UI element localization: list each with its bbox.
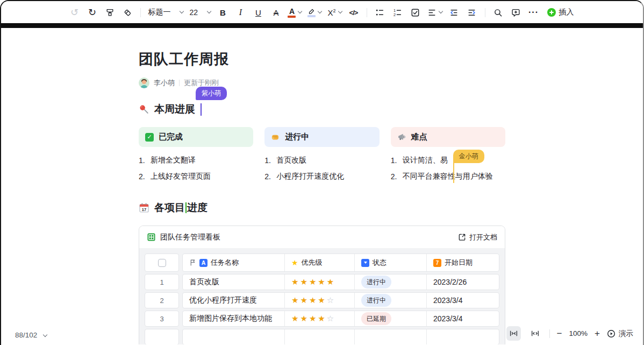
star-icon[interactable]: ★	[300, 277, 307, 287]
zoom-in-button[interactable]: +	[595, 328, 600, 339]
bold-button[interactable]: B	[215, 5, 230, 20]
status-badge[interactable]: 已延期	[361, 312, 391, 325]
star-icon[interactable]: ★	[318, 295, 325, 305]
status-badge[interactable]: 进行中	[361, 276, 391, 288]
chevron-down-icon	[180, 9, 184, 13]
star-icon[interactable]: ★	[327, 277, 334, 287]
fit-width-button[interactable]	[506, 326, 521, 341]
code-button[interactable]: </>	[346, 5, 361, 20]
column-header-priority[interactable]: ★ 优先级	[285, 254, 355, 271]
cell-task-name[interactable]: 首页改版	[183, 274, 285, 290]
ordered-list-icon: 12	[393, 8, 402, 17]
column-header-task-name[interactable]: A 任务名称	[183, 254, 285, 271]
checkbox-icon[interactable]	[158, 259, 166, 267]
full-width-button[interactable]	[528, 326, 542, 341]
font-size-select[interactable]: 22	[188, 5, 212, 20]
eraser-button[interactable]	[120, 5, 135, 20]
cell-date[interactable]: 2023/3/4	[427, 311, 499, 326]
megaphone-icon	[397, 132, 406, 142]
embed-card-header: 团队任务管理看板 打开文档	[139, 226, 505, 248]
list-item[interactable]: 2. 不同平台兼容性与用户体验	[391, 168, 505, 185]
redo-icon: ↻	[88, 8, 96, 17]
cell-status[interactable]: 进行中	[355, 274, 427, 290]
row-index[interactable]: 1	[145, 274, 179, 290]
italic-button[interactable]: I	[233, 5, 248, 20]
star-icon[interactable]: ★	[309, 277, 316, 287]
cell-priority[interactable]: ★★★★★	[285, 274, 355, 290]
star-icon[interactable]: ★	[318, 277, 325, 287]
cell-task-name[interactable]: 优化小程序打开速度	[183, 293, 285, 308]
star-icon[interactable]: ★	[291, 277, 298, 287]
insert-button[interactable]: 插入	[544, 5, 577, 20]
comment-button[interactable]	[509, 5, 524, 20]
bullet-list-button[interactable]	[373, 5, 388, 20]
underline-button[interactable]: U	[251, 5, 266, 20]
cell-priority[interactable]: ★★★★☆	[285, 311, 355, 326]
list-item[interactable]: 1. 首页改版	[264, 152, 379, 168]
indent-button[interactable]	[464, 5, 480, 20]
task-list-button[interactable]	[408, 5, 423, 20]
cell-priority[interactable]: ★★★★☆	[285, 293, 355, 308]
star-icon[interactable]: ★	[291, 314, 298, 323]
present-button[interactable]: 演示	[607, 329, 633, 339]
row-index[interactable]: 3	[145, 311, 179, 327]
strikethrough-button[interactable]: A	[268, 5, 283, 20]
list-item[interactable]: 2. 小程序打开速度优化	[264, 168, 379, 185]
star-icon[interactable]: ★	[318, 314, 325, 323]
star-icon[interactable]: ★	[300, 314, 307, 323]
format-painter-button[interactable]	[102, 5, 117, 20]
star-icon[interactable]: ★	[300, 295, 307, 305]
list-number: 1.	[264, 156, 273, 165]
page-indicator[interactable]: 88/102	[15, 331, 47, 339]
cell-date[interactable]: 2023/2/26	[427, 274, 499, 290]
callout-label: 难点	[411, 132, 427, 142]
section-heading-week[interactable]: 本周进展 紫小萌	[139, 102, 505, 116]
column-header-start-date[interactable]: 7 开始日期	[427, 254, 499, 271]
outdent-icon	[449, 8, 459, 17]
list-item[interactable]: 2. 上线好友管理页面	[139, 168, 253, 185]
star-icon[interactable]: ★	[309, 314, 316, 323]
play-icon	[607, 329, 616, 338]
page-title[interactable]: 团队工作周报	[139, 50, 505, 69]
star-icon[interactable]: ☆	[327, 295, 334, 305]
section-heading-projects[interactable]: 17 各项目进度	[139, 201, 505, 215]
more-button[interactable]: ···	[526, 5, 541, 20]
row-index[interactable]: 2	[145, 292, 179, 308]
cell-date[interactable]: 2023/3/4	[427, 293, 499, 308]
embed-table: A 任务名称 ★ 优先级 状态	[139, 248, 505, 344]
highlighter-icon	[307, 8, 316, 17]
progress-columns: ✓ 已完成 1. 新增全文翻译 2. 上线好友管理页面 进行中 1. 首页改版	[139, 127, 505, 185]
app-window: ↺ ↻ 标题一 22 B I U A A X2	[0, 0, 644, 345]
star-icon[interactable]: ☆	[327, 314, 334, 323]
cell-status[interactable]: 进行中	[355, 293, 427, 308]
table-header-row: A 任务名称 ★ 优先级 状态	[145, 254, 499, 272]
align-select[interactable]	[426, 5, 444, 20]
undo-button[interactable]: ↺	[67, 5, 82, 20]
cell-status[interactable]: 已延期	[355, 311, 427, 326]
star-icon[interactable]: ★	[291, 295, 298, 305]
callout-red[interactable]: 难点	[391, 127, 505, 147]
superscript-button[interactable]: X2	[326, 5, 343, 20]
heading-style-select[interactable]: 标题一	[146, 5, 185, 20]
search-button[interactable]	[491, 5, 506, 20]
open-document-button[interactable]: 打开文档	[458, 233, 497, 242]
highlight-button[interactable]	[306, 5, 323, 20]
list-item[interactable]: 1. 设计简洁、易 金小萌	[391, 152, 505, 168]
redo-button[interactable]: ↻	[84, 5, 99, 20]
list-item[interactable]: 1. 新增全文翻译	[139, 152, 253, 168]
callout-blue[interactable]: 进行中	[264, 127, 379, 147]
column-header-status[interactable]: 状态	[355, 254, 427, 271]
outdent-button[interactable]	[447, 5, 462, 20]
select-all-cell[interactable]	[145, 254, 179, 272]
zoom-level[interactable]: 100%	[569, 329, 588, 337]
status-badge[interactable]: 进行中	[361, 294, 391, 307]
row-index[interactable]	[145, 329, 179, 344]
ordered-list-button[interactable]: 12	[390, 5, 405, 20]
table-row: 3 新增图片保存到本地功能 ★★★★☆ 已延期 2023/3/4	[145, 311, 499, 327]
zoom-out-button[interactable]: −	[557, 328, 562, 339]
callout-green[interactable]: ✓ 已完成	[139, 127, 253, 147]
font-color-button[interactable]: A	[286, 5, 303, 20]
star-icon[interactable]: ★	[309, 295, 316, 305]
text-caret-green	[185, 202, 187, 213]
cell-task-name[interactable]: 新增图片保存到本地功能	[183, 311, 285, 326]
